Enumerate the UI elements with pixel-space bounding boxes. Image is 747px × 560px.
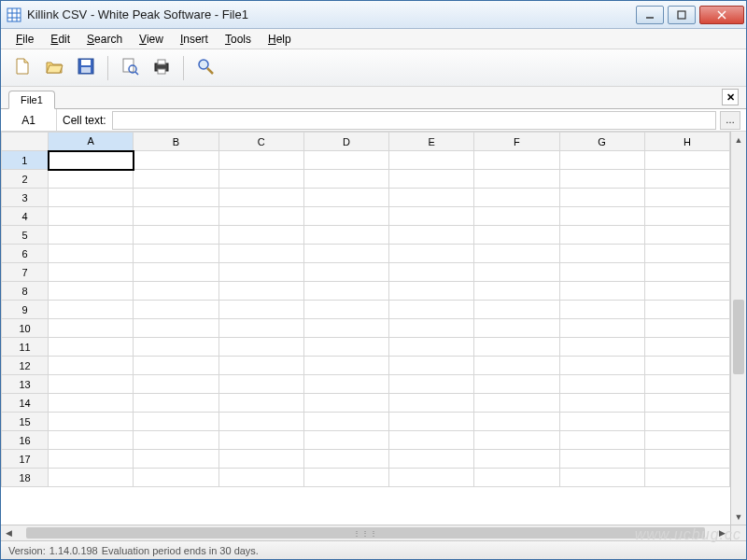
cell-G11[interactable] (559, 338, 644, 357)
cell-B13[interactable] (134, 375, 218, 394)
cell-G5[interactable] (559, 226, 644, 245)
cell-B3[interactable] (134, 189, 218, 207)
cell-G18[interactable] (559, 469, 644, 487)
row-header-6[interactable]: 6 (2, 245, 49, 263)
cell-G4[interactable] (559, 207, 644, 226)
cell-G13[interactable] (559, 375, 644, 394)
cell-H7[interactable] (644, 263, 729, 282)
cell-E15[interactable] (389, 413, 474, 431)
menu-search[interactable]: Search (79, 31, 130, 48)
cell-C11[interactable] (218, 338, 303, 357)
cell-G8[interactable] (559, 282, 644, 301)
scroll-up-arrow[interactable]: ▲ (731, 132, 746, 147)
row-header-14[interactable]: 14 (2, 394, 49, 413)
cell-F13[interactable] (474, 375, 559, 394)
row-header-12[interactable]: 12 (2, 357, 49, 375)
cell-D6[interactable] (303, 245, 388, 263)
scroll-down-arrow[interactable]: ▼ (731, 509, 746, 525)
cell-C9[interactable] (218, 301, 303, 319)
cell-B5[interactable] (134, 226, 218, 245)
cell-B7[interactable] (134, 263, 218, 282)
column-header-E[interactable]: E (389, 133, 474, 151)
menu-tools[interactable]: Tools (218, 31, 259, 48)
cell-H14[interactable] (644, 394, 729, 413)
cell-E16[interactable] (389, 431, 474, 450)
cell-D5[interactable] (303, 226, 388, 245)
menu-help[interactable]: Help (261, 31, 299, 48)
menu-edit[interactable]: Edit (43, 31, 78, 48)
cell-C18[interactable] (218, 469, 303, 487)
cell-H11[interactable] (644, 338, 729, 357)
cell-C3[interactable] (218, 189, 303, 207)
cell-C10[interactable] (218, 319, 303, 338)
cell-E13[interactable] (389, 375, 474, 394)
cell-B15[interactable] (134, 413, 218, 431)
column-header-C[interactable]: C (218, 133, 303, 151)
cell-C5[interactable] (218, 226, 303, 245)
column-header-D[interactable]: D (303, 133, 388, 151)
cell-G2[interactable] (559, 170, 644, 189)
cell-B14[interactable] (134, 394, 218, 413)
cell-text-input[interactable] (112, 111, 716, 130)
cell-B17[interactable] (134, 450, 218, 469)
cell-C12[interactable] (218, 357, 303, 375)
row-header-13[interactable]: 13 (2, 375, 49, 394)
cell-E5[interactable] (389, 226, 474, 245)
cell-E7[interactable] (389, 263, 474, 282)
cell-B1[interactable] (134, 151, 218, 170)
cell-E6[interactable] (389, 245, 474, 263)
row-header-10[interactable]: 10 (2, 319, 49, 338)
cell-C8[interactable] (218, 282, 303, 301)
cell-G16[interactable] (559, 431, 644, 450)
cell-A7[interactable] (49, 263, 134, 282)
cell-F8[interactable] (474, 282, 559, 301)
cell-D3[interactable] (303, 189, 388, 207)
spreadsheet-grid[interactable]: ABCDEFGH123456789101112131415161718 (1, 132, 730, 487)
cell-F6[interactable] (474, 245, 559, 263)
cell-B10[interactable] (134, 319, 218, 338)
cell-C6[interactable] (218, 245, 303, 263)
cell-C7[interactable] (218, 263, 303, 282)
cell-G7[interactable] (559, 263, 644, 282)
menu-file[interactable]: File (8, 31, 41, 48)
row-header-3[interactable]: 3 (2, 189, 49, 207)
cell-H6[interactable] (644, 245, 729, 263)
cell-H2[interactable] (644, 170, 729, 189)
save-file-button[interactable] (72, 54, 100, 82)
cell-F14[interactable] (474, 394, 559, 413)
scroll-thumb[interactable]: ⋮⋮⋮ (26, 527, 705, 539)
cell-A3[interactable] (49, 189, 134, 207)
cell-D1[interactable] (303, 151, 388, 170)
cell-B16[interactable] (134, 431, 218, 450)
cell-E17[interactable] (389, 450, 474, 469)
cell-A6[interactable] (49, 245, 134, 263)
cell-C14[interactable] (218, 394, 303, 413)
row-header-18[interactable]: 18 (2, 469, 49, 487)
cell-B6[interactable] (134, 245, 218, 263)
minimize-button[interactable] (636, 6, 664, 24)
scroll-right-arrow[interactable]: ▶ (714, 525, 730, 540)
cell-D17[interactable] (303, 450, 388, 469)
cell-D13[interactable] (303, 375, 388, 394)
cell-D12[interactable] (303, 357, 388, 375)
row-header-11[interactable]: 11 (2, 338, 49, 357)
cell-G1[interactable] (559, 151, 644, 170)
row-header-17[interactable]: 17 (2, 450, 49, 469)
cell-B9[interactable] (134, 301, 218, 319)
cell-text-expand-button[interactable]: … (720, 111, 740, 130)
cell-D10[interactable] (303, 319, 388, 338)
cell-G12[interactable] (559, 357, 644, 375)
cell-F15[interactable] (474, 413, 559, 431)
row-header-2[interactable]: 2 (2, 170, 49, 189)
cell-D15[interactable] (303, 413, 388, 431)
cell-F9[interactable] (474, 301, 559, 319)
cell-A18[interactable] (49, 469, 134, 487)
cell-D4[interactable] (303, 207, 388, 226)
cell-H15[interactable] (644, 413, 729, 431)
cell-D14[interactable] (303, 394, 388, 413)
cell-H9[interactable] (644, 301, 729, 319)
cell-H16[interactable] (644, 431, 729, 450)
cell-B18[interactable] (134, 469, 218, 487)
cell-A12[interactable] (49, 357, 134, 375)
cell-A16[interactable] (49, 431, 134, 450)
